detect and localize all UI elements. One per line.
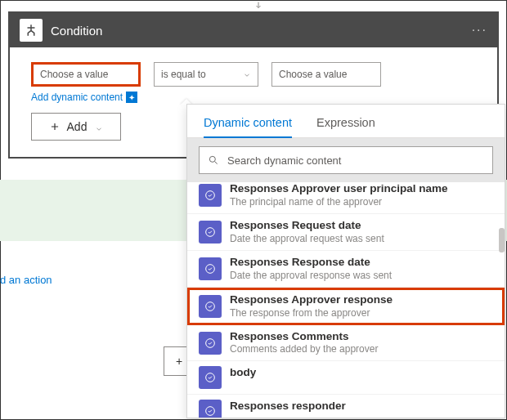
dynamic-content-list: Responses Approver user principal nameTh… — [187, 182, 505, 418]
chevron-down-icon — [95, 123, 103, 131]
approval-icon — [199, 366, 222, 389]
item-title: body — [230, 366, 256, 380]
dynamic-content-panel: Dynamic content Expression Search dynami… — [186, 104, 505, 418]
item-title: Responses Response date — [230, 256, 392, 270]
tab-expression[interactable]: Expression — [316, 113, 375, 137]
dynamic-content-item[interactable]: Responses Approver user principal nameTh… — [187, 182, 505, 214]
approval-icon — [199, 257, 222, 280]
add-dynamic-content-link[interactable]: Add dynamic content ✦ — [31, 92, 141, 103]
condition-value-right-input[interactable]: Choose a value — [271, 62, 381, 87]
condition-title: Condition — [51, 24, 472, 38]
approval-icon — [199, 400, 222, 418]
item-desc: Date the approval request was sent — [230, 233, 384, 245]
plus-icon: ✦ — [126, 92, 137, 103]
item-title: Responses Approver user principal name — [230, 182, 448, 196]
dynamic-content-item[interactable]: Responses responder — [187, 395, 505, 418]
tab-dynamic-content[interactable]: Dynamic content — [204, 113, 292, 137]
placeholder-text: Choose a value — [279, 69, 347, 80]
more-menu-button[interactable]: ··· — [472, 23, 487, 38]
approval-icon — [199, 332, 222, 355]
condition-operator-select[interactable]: is equal to — [154, 62, 258, 87]
flow-arrow-down-icon — [254, 0, 263, 10]
approval-icon — [199, 184, 222, 207]
add-button[interactable]: Add — [31, 113, 121, 141]
search-placeholder: Search dynamic content — [227, 154, 341, 167]
item-title: Responses Request date — [230, 219, 384, 233]
dynamic-content-item[interactable]: Responses CommentsComments added by the … — [187, 325, 505, 362]
chevron-down-icon — [243, 70, 251, 78]
dynamic-content-item[interactable]: body — [187, 361, 505, 395]
item-title: Responses responder — [230, 400, 346, 413]
dynamic-content-item[interactable]: Responses Response dateDate the approval… — [187, 251, 505, 288]
condition-icon — [20, 19, 43, 42]
item-desc: Date the approval response was sent — [230, 270, 392, 282]
placeholder-text: Choose a value — [40, 69, 108, 80]
scrollbar-thumb[interactable] — [499, 228, 505, 252]
approval-icon — [199, 295, 222, 318]
item-desc: The response from the approver — [230, 307, 393, 319]
approval-icon — [199, 221, 222, 244]
search-input[interactable]: Search dynamic content — [199, 146, 493, 174]
item-desc: The principal name of the approver — [230, 196, 448, 208]
condition-header[interactable]: Condition ··· — [10, 13, 497, 47]
svg-point-0 — [209, 156, 215, 162]
condition-value-left-input[interactable]: Choose a value — [31, 62, 141, 87]
plus-icon — [49, 121, 61, 132]
item-desc: Comments added by the approver — [230, 343, 378, 355]
search-icon — [208, 154, 219, 166]
dynamic-content-item[interactable]: Responses Approver responseThe response … — [187, 288, 505, 325]
dynamic-content-item[interactable]: Responses Request dateDate the approval … — [187, 214, 505, 251]
item-title: Responses Comments — [230, 330, 378, 344]
add-action-link-fragment[interactable]: d an action — [0, 274, 52, 286]
item-title: Responses Approver response — [230, 293, 393, 307]
